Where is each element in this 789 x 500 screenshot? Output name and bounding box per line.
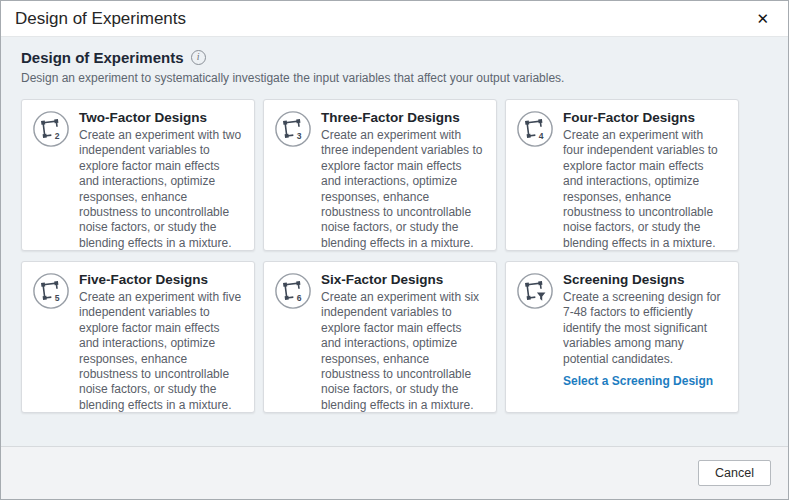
card-title: Four-Factor Designs	[563, 110, 726, 125]
card-body: Four-Factor Designs Create an experiment…	[563, 110, 726, 241]
factor-count-badge: 4	[539, 131, 544, 141]
card-description: Create a screening design for 7-48 facto…	[563, 290, 726, 367]
card-description: Create an experiment with four independe…	[563, 128, 726, 251]
card-body: Three-Factor Designs Create an experimen…	[321, 110, 484, 241]
cancel-button[interactable]: Cancel	[698, 460, 771, 486]
card-body: Screening Designs Create a screening des…	[563, 272, 726, 403]
card-six-factor-designs: 6 Six-Factor Designs Create an experimen…	[263, 261, 497, 413]
card-title: Three-Factor Designs	[321, 110, 484, 125]
close-icon[interactable]: ✕	[751, 9, 774, 28]
card-description: Create an experiment with six independen…	[321, 290, 484, 413]
dialog-content: Design of Experiments i Design an experi…	[1, 37, 788, 446]
card-title: Five-Factor Designs	[79, 272, 242, 287]
card-three-factor-designs: 3 Three-Factor Designs Create an experim…	[263, 99, 497, 251]
factor-count-badge: 3	[297, 131, 302, 141]
six-factor-design-icon: 6	[274, 272, 312, 403]
select-screening-design-link[interactable]: Select a Screening Design	[563, 374, 713, 388]
dialog-titlebar: Design of Experiments ✕	[1, 1, 788, 37]
section-title: Design of Experiments	[21, 49, 184, 66]
screening-design-icon	[516, 272, 554, 403]
card-description: Create an experiment with two independen…	[79, 128, 242, 251]
card-two-factor-designs: 2 Two-Factor Designs Create an experimen…	[21, 99, 255, 251]
factor-count-badge: 5	[55, 293, 60, 303]
dialog-footer: Cancel	[1, 446, 788, 499]
funnel-icon	[537, 292, 546, 300]
card-title: Six-Factor Designs	[321, 272, 484, 287]
section-subtitle: Design an experiment to systematically i…	[21, 71, 768, 85]
card-body: Two-Factor Designs Create an experiment …	[79, 110, 242, 241]
card-body: Six-Factor Designs Create an experiment …	[321, 272, 484, 403]
card-description: Create an experiment with five independe…	[79, 290, 242, 413]
factor-count-badge: 2	[55, 131, 60, 141]
three-factor-design-icon: 3	[274, 110, 312, 241]
section-heading-row: Design of Experiments i	[21, 49, 768, 66]
dialog-title: Design of Experiments	[15, 9, 751, 29]
info-icon[interactable]: i	[191, 50, 206, 65]
design-cards-grid: 2 Two-Factor Designs Create an experimen…	[21, 99, 768, 413]
design-of-experiments-dialog: Design of Experiments ✕ Design of Experi…	[0, 0, 789, 500]
card-four-factor-designs: 4 Four-Factor Designs Create an experime…	[505, 99, 739, 251]
card-title: Screening Designs	[563, 272, 726, 287]
two-factor-design-icon: 2	[32, 110, 70, 241]
card-five-factor-designs: 5 Five-Factor Designs Create an experime…	[21, 261, 255, 413]
card-screening-designs: Screening Designs Create a screening des…	[505, 261, 739, 413]
card-body: Five-Factor Designs Create an experiment…	[79, 272, 242, 403]
four-factor-design-icon: 4	[516, 110, 554, 241]
factor-count-badge: 6	[297, 293, 302, 303]
card-title: Two-Factor Designs	[79, 110, 242, 125]
five-factor-design-icon: 5	[32, 272, 70, 403]
card-description: Create an experiment with three independ…	[321, 128, 484, 251]
